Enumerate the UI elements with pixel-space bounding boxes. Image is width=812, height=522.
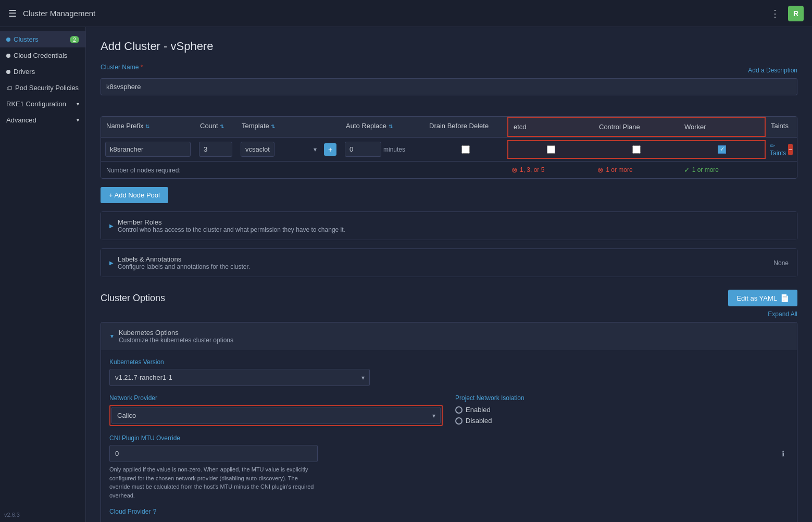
network-provider-column: Network Provider Calico Canal Flannel We…	[109, 394, 443, 426]
sidebar-item-clusters[interactable]: Clusters 2	[0, 31, 85, 47]
sidebar-item-cloud-credentials[interactable]: Cloud Credentials	[0, 47, 85, 64]
rke1-chevron-icon: ▾	[77, 101, 79, 107]
member-roles-section: ▶ Member Roles Control who has access to…	[101, 212, 797, 240]
expand-all-link[interactable]: Expand All	[101, 310, 797, 318]
worker-checkbox-checked[interactable]: ✓	[718, 145, 726, 154]
labels-annotations-collapse-icon: ▶	[109, 260, 114, 266]
nodes-required-roles: ⊗ 1, 3, or 5 ⊗ 1 or more ✓ 1 or more	[507, 161, 766, 178]
td-drain-before-delete	[424, 141, 507, 158]
cluster-options-title: Cluster Options	[101, 293, 165, 304]
td-worker: ✓	[679, 141, 765, 158]
add-description-link[interactable]: Add a Description	[748, 67, 797, 74]
kubernetes-version-select[interactable]: v1.21.7-rancher1-1 v1.20.15-rancher1-1 v…	[109, 369, 370, 386]
kubernetes-version-select-wrapper: v1.21.7-rancher1-1 v1.20.15-rancher1-1 v…	[109, 369, 370, 386]
k8s-options-title: Kubernetes Options	[119, 329, 233, 337]
page-title: Add Cluster - vSphere	[101, 40, 797, 53]
th-control-plane: Control Plane	[594, 118, 679, 136]
template-select-container: vcsaclot ▾ +	[241, 142, 336, 157]
add-node-pool-button[interactable]: + Add Node Pool	[101, 187, 168, 203]
cluster-options-header: Cluster Options Edit as YAML 📄	[101, 290, 797, 306]
labels-annotations-desc: Configure labels and annotations for the…	[118, 263, 250, 270]
auto-replace-container: minutes	[345, 142, 420, 157]
network-provider-select-wrapper: Calico Canal Flannel Weave None ▾	[111, 407, 441, 424]
more-options-icon[interactable]: ⋮	[770, 8, 780, 19]
etcd-checkbox[interactable]	[547, 145, 555, 154]
isolation-enabled-option[interactable]: Enabled	[455, 406, 789, 414]
project-network-isolation-radio-group: Enabled Disabled	[455, 406, 789, 425]
taints-edit-link[interactable]: ✏ Taints	[770, 142, 786, 157]
template-select[interactable]: vcsaclot	[241, 142, 274, 157]
labels-annotations-header[interactable]: ▶ Labels & Annotations Configure labels …	[101, 249, 797, 277]
drain-before-delete-checkbox[interactable]	[461, 145, 470, 154]
nodes-required-etcd: ⊗ 1, 3, or 5	[507, 161, 593, 178]
sidebar-section-rke1[interactable]: RKE1 Configuration ▾	[0, 96, 85, 112]
cni-plugin-label: CNI Plugin MTU Override	[109, 434, 789, 442]
sort-icon-template: ⇅	[271, 123, 275, 129]
td-etcd	[508, 141, 594, 158]
sidebar: Clusters 2 Cloud Credentials Drivers 🏷 P…	[0, 27, 86, 522]
cni-help-text: Only applied if the value is non-zero. W…	[109, 465, 318, 500]
td-role-group: ✓	[507, 140, 766, 159]
nodes-required-worker: ✓ 1 or more	[680, 161, 766, 178]
kubernetes-options-body: Kubernetes Version v1.21.7-rancher1-1 v1…	[101, 350, 797, 522]
th-auto-replace: Auto Replace ⇅	[341, 117, 424, 137]
app-title: Cluster Management	[23, 9, 770, 18]
sidebar-item-drivers-label: Drivers	[14, 68, 35, 76]
edit-yaml-button[interactable]: Edit as YAML 📄	[728, 290, 797, 306]
cluster-name-input[interactable]	[101, 78, 797, 95]
advanced-chevron-icon: ▾	[77, 117, 79, 123]
th-worker: Worker	[679, 118, 765, 136]
menu-icon[interactable]: ☰	[8, 8, 17, 19]
k8s-options-collapse-icon: ▼	[109, 333, 115, 339]
table-row: vcsaclot ▾ + minutes	[101, 138, 797, 161]
sort-icon-name-prefix: ⇅	[145, 123, 149, 129]
sidebar-item-pod-security-policies[interactable]: 🏷 Pod Security Policies	[0, 80, 85, 96]
th-role-group: etcd Control Plane Worker	[507, 117, 766, 137]
sort-icon-count: ⇅	[220, 123, 224, 129]
cni-plugin-input[interactable]	[109, 445, 318, 462]
minutes-label: minutes	[383, 146, 405, 153]
network-provider-select[interactable]: Calico Canal Flannel Weave None	[111, 407, 441, 424]
count-input[interactable]	[199, 142, 232, 157]
clusters-dot-icon	[6, 38, 10, 42]
kubernetes-version-label: Kubernetes Version	[109, 358, 789, 366]
labels-annotations-section: ▶ Labels & Annotations Configure labels …	[101, 248, 797, 277]
sidebar-item-drivers[interactable]: Drivers	[0, 64, 85, 80]
network-row: Network Provider Calico Canal Flannel We…	[109, 394, 789, 426]
member-roles-desc: Control who has access to the cluster an…	[118, 226, 345, 233]
drivers-dot-icon	[6, 70, 10, 74]
td-taints: ✏ Taints −	[766, 138, 797, 161]
th-taints: Taints	[766, 117, 797, 137]
th-template: Template ⇅	[236, 117, 341, 137]
advanced-label: Advanced	[6, 116, 36, 124]
labels-annotations-none: None	[773, 259, 789, 267]
isolation-disabled-radio[interactable]	[455, 417, 463, 425]
node-pool-table: Name Prefix ⇅ Count ⇅ Template ⇅ Auto Re…	[101, 116, 797, 179]
project-network-isolation-label: Project Network Isolation	[455, 394, 789, 402]
member-roles-content: Member Roles Control who has access to t…	[118, 218, 345, 233]
isolation-enabled-radio[interactable]	[455, 406, 463, 414]
control-plane-checkbox[interactable]	[632, 145, 641, 154]
project-network-isolation-column: Project Network Isolation Enabled Disabl…	[455, 394, 789, 426]
cluster-name-label: Cluster Name *	[101, 64, 143, 71]
auto-replace-input[interactable]	[345, 142, 381, 157]
kubernetes-options-header[interactable]: ▼ Kubernetes Options Customize the kuber…	[101, 322, 797, 350]
sidebar-item-clusters-label: Clusters	[14, 35, 39, 43]
main-layout: Clusters 2 Cloud Credentials Drivers 🏷 P…	[0, 27, 812, 522]
isolation-disabled-option[interactable]: Disabled	[455, 417, 789, 425]
td-name-prefix	[101, 138, 195, 161]
top-bar: ☰ Cluster Management ⋮ R	[0, 0, 812, 27]
kubernetes-options-section: ▼ Kubernetes Options Customize the kuber…	[101, 322, 797, 522]
member-roles-header[interactable]: ▶ Member Roles Control who has access to…	[101, 212, 797, 240]
name-prefix-input[interactable]	[105, 142, 191, 157]
k8s-options-desc: Customize the kubernetes cluster options	[119, 337, 233, 344]
required-indicator: *	[141, 64, 143, 71]
user-avatar[interactable]: R	[788, 6, 804, 21]
add-template-button[interactable]: +	[324, 143, 336, 156]
td-template: vcsaclot ▾ +	[236, 138, 341, 161]
delete-row-button[interactable]: −	[788, 144, 793, 155]
td-control-plane	[594, 141, 679, 158]
clusters-badge: 2	[70, 36, 79, 43]
sidebar-section-advanced[interactable]: Advanced ▾	[0, 112, 85, 128]
k8s-options-header-content: Kubernetes Options Customize the kuberne…	[119, 329, 233, 344]
